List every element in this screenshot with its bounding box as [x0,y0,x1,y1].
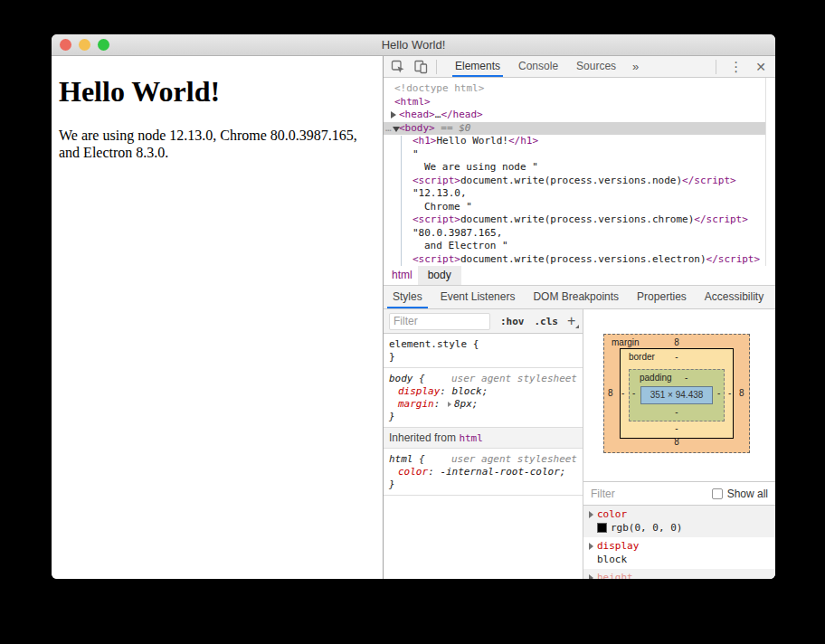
more-tabs-chevron[interactable]: » [625,56,646,77]
padding-bottom-value[interactable]: - [603,407,750,417]
tree-row[interactable]: Chrome " [384,201,765,214]
tree-row[interactable]: <script>document.write(process.versions.… [384,213,765,227]
computed-property[interactable]: displayblock [583,537,775,569]
devtools-close-icon[interactable]: ✕ [750,60,768,74]
margin-left-value[interactable]: 8 [608,388,613,398]
css-declaration[interactable]: margin: 8px; [389,398,577,411]
collapse-arrow-icon[interactable] [393,127,400,132]
margin-top-value[interactable]: 8 [603,337,750,347]
tree-row[interactable]: <head>…</head> [384,109,765,122]
computed-property-name-row[interactable]: height [583,571,775,579]
tree-row[interactable]: <html> [384,96,765,109]
tree-row[interactable]: We are using node " [384,161,765,175]
computed-property[interactable]: height [583,569,775,579]
border-bottom-value[interactable]: - [603,423,750,433]
rule-close-brace: } [389,411,577,423]
inherited-from-bar: Inherited from html [384,428,583,449]
expand-arrow-icon[interactable] [391,111,396,118]
tree-row[interactable]: " [384,148,765,162]
tree-row[interactable]: <h1>Hello World!</h1> [384,135,765,148]
minimize-traffic-light[interactable] [79,39,90,51]
sidebar-tab-accessibility[interactable]: Accessibility [699,286,769,308]
code-segment: </script> [682,175,736,186]
css-declaration[interactable]: color: -internal-root-color; [389,466,577,478]
computed-property-name: height [597,571,633,579]
code-segment: <script> [412,175,460,186]
code-segment: <body> [399,122,435,134]
overflow-dots-icon[interactable]: … [385,122,392,136]
tree-row[interactable]: and Electron " [384,240,765,253]
style-rule[interactable]: html {user agent stylesheetcolor: -inter… [384,449,583,496]
device-toolbar-icon[interactable] [413,60,428,74]
css-declaration[interactable]: display: block; [389,385,577,398]
expand-value-arrow-icon[interactable] [448,402,451,407]
code-segment: We are using node " [424,161,538,173]
rule-selector-line: html {user agent stylesheet [389,453,577,466]
tree-scrollbar-track[interactable] [765,78,766,266]
cls-toggle[interactable]: .cls [535,316,559,327]
code-segment: Chrome " [424,201,472,213]
code-segment: <!doctype html> [394,82,484,94]
kebab-menu-icon[interactable]: ⋮ [722,59,750,75]
computed-pane: 351 × 94.438 margin 8 border - padding -… [583,309,775,579]
computed-property[interactable]: colorrgb(0, 0, 0) [583,506,775,537]
code-segment: document.write(process.versions.chrome) [460,213,694,225]
inspect-element-icon[interactable] [391,60,405,74]
style-rule[interactable]: element.style {} [384,334,583,368]
computed-property-value: rgb(0, 0, 0) [611,521,682,535]
tree-row[interactable]: "12.13.0, [384,187,765,201]
margin-bottom-value[interactable]: 8 [603,437,750,447]
toolbar-separator [436,60,437,74]
close-traffic-light[interactable] [60,39,71,51]
tree-row[interactable]: <!doctype html> [384,82,765,96]
hov-toggle[interactable]: :hov [500,316,525,327]
style-rule[interactable]: body {user agent stylesheetdisplay: bloc… [384,368,583,428]
color-swatch[interactable] [597,523,607,533]
styles-filter-input[interactable] [389,313,490,330]
code-segment: Hello World! [437,135,508,147]
zoom-traffic-light[interactable] [98,39,109,51]
tree-row[interactable]: <script>document.write(process.versions.… [384,175,765,188]
code-segment: <h1> [412,135,437,147]
inherited-node-link[interactable]: html [459,432,483,444]
css-colon: : [428,466,440,478]
computed-property-name-row[interactable]: display [583,539,775,553]
border-left-value[interactable]: - [621,388,624,398]
devtools-tab-sources[interactable]: Sources [567,56,625,77]
code-segment: <script> [412,213,460,225]
css-colon: : [440,385,451,397]
computed-filter-input[interactable]: Filter [591,488,615,500]
tree-row[interactable]: <script>document.write(process.versions.… [384,253,765,267]
padding-left-value[interactable]: - [632,388,635,398]
new-style-rule-button[interactable]: + [567,314,575,328]
devtools-tab-elements[interactable]: Elements [446,56,509,77]
box-model-area: 351 × 94.438 margin 8 border - padding -… [583,309,775,482]
computed-property-name-row[interactable]: color [583,507,775,521]
breadcrumb-body[interactable]: body [418,266,461,285]
css-property-name: display [398,385,440,397]
sidebar-tab-styles[interactable]: Styles [387,286,428,308]
devtools-tab-console[interactable]: Console [509,56,567,77]
sidebar-tab-dom-breakpoints[interactable]: DOM Breakpoints [527,286,624,308]
expand-arrow-icon[interactable] [589,543,593,550]
devtools-panel: ElementsConsoleSources » ⋮ ✕ <!doctype h… [384,56,775,579]
css-property-value: 8px; [454,398,479,410]
margin-right-value[interactable]: 8 [739,388,744,398]
sidebar-tab-properties[interactable]: Properties [631,286,692,308]
expand-arrow-icon[interactable] [589,574,593,580]
toolbar-separator [716,60,716,74]
sidebar-tab-event-listeners[interactable]: Event Listeners [435,286,521,308]
css-property-value: block; [452,385,488,397]
expand-arrow-icon[interactable] [589,511,593,518]
border-top-value[interactable]: - [603,352,750,362]
box-model-content-rect[interactable]: 351 × 94.438 [640,386,713,404]
titlebar[interactable]: Hello World! [52,34,775,56]
padding-top-value[interactable]: - [685,373,688,383]
padding-right-value[interactable]: - [717,388,720,398]
show-all-checkbox[interactable] [712,488,723,499]
tree-row[interactable]: …<body> == $0 [384,122,765,136]
border-right-value[interactable]: - [728,388,731,398]
tree-row[interactable]: "80.0.3987.165, [384,227,765,241]
code-segment: and Electron " [424,240,508,251]
breadcrumb-html[interactable]: html [386,266,418,285]
